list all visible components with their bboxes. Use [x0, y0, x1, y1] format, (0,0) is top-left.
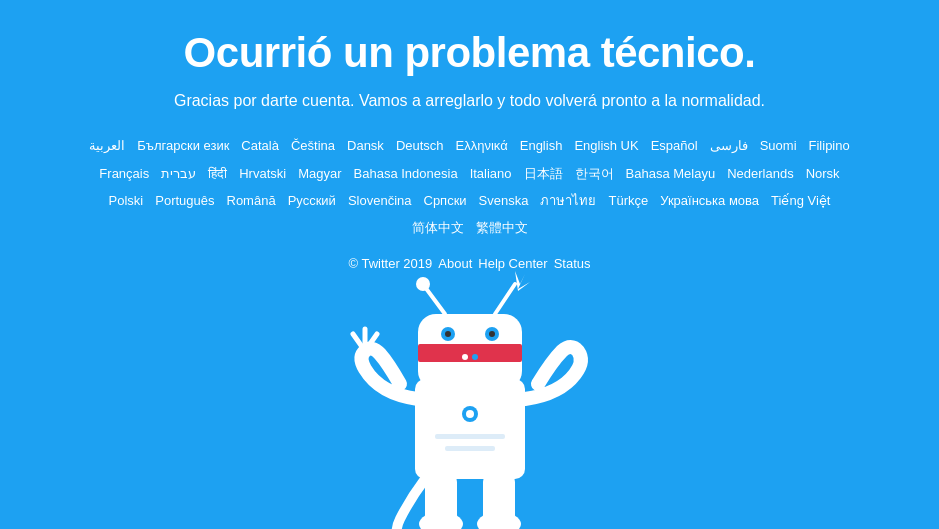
svg-point-11: [416, 277, 430, 291]
copyright: © Twitter 2019: [349, 256, 433, 271]
language-link[interactable]: فارسی: [704, 132, 754, 159]
language-link[interactable]: Català: [235, 132, 285, 159]
language-link[interactable]: Polski: [103, 187, 150, 214]
language-link[interactable]: 简体中文: [406, 214, 470, 241]
svg-point-8: [462, 354, 468, 360]
language-link[interactable]: Français: [93, 160, 155, 187]
page-title: Ocurrió un problema técnico.: [0, 28, 939, 78]
language-link[interactable]: Español: [645, 132, 704, 159]
language-link[interactable]: Português: [149, 187, 220, 214]
svg-point-6: [445, 331, 451, 337]
language-link[interactable]: Ελληνικά: [450, 132, 514, 159]
page-content: Ocurrió un problema técnico. Gracias por…: [0, 0, 939, 271]
language-link[interactable]: Filipino: [803, 132, 856, 159]
language-link[interactable]: Italiano: [464, 160, 518, 187]
language-link[interactable]: हिंदी: [202, 160, 233, 187]
language-link[interactable]: Nederlands: [721, 160, 800, 187]
language-link[interactable]: English UK: [568, 132, 644, 159]
svg-point-9: [472, 354, 478, 360]
language-link[interactable]: Slovenčina: [342, 187, 418, 214]
svg-point-7: [489, 331, 495, 337]
language-link[interactable]: English: [514, 132, 569, 159]
language-link[interactable]: Tiếng Việt: [765, 187, 836, 214]
language-link[interactable]: Bahasa Indonesia: [348, 160, 464, 187]
language-link[interactable]: 繁體中文: [470, 214, 534, 241]
svg-line-10: [425, 287, 445, 314]
language-link[interactable]: Suomi: [754, 132, 803, 159]
svg-rect-0: [415, 379, 525, 479]
svg-marker-13: [515, 271, 530, 291]
svg-rect-3: [418, 344, 522, 362]
language-link[interactable]: 한국어: [569, 160, 620, 187]
language-link[interactable]: Русский: [282, 187, 342, 214]
language-link[interactable]: Українська мова: [654, 187, 765, 214]
language-link[interactable]: 日本語: [518, 160, 569, 187]
svg-line-12: [495, 284, 515, 314]
language-link[interactable]: Hrvatski: [233, 160, 292, 187]
language-link[interactable]: Deutsch: [390, 132, 450, 159]
language-link[interactable]: Čeština: [285, 132, 341, 159]
page-subtitle: Gracias por darte cuenta. Vamos a arregl…: [0, 92, 939, 110]
language-link[interactable]: العربية: [83, 132, 131, 159]
footer-links: © Twitter 2019 AboutHelp CenterStatus: [0, 256, 939, 271]
svg-rect-25: [445, 446, 495, 451]
svg-rect-24: [435, 434, 505, 439]
language-link[interactable]: Română: [221, 187, 282, 214]
svg-point-23: [466, 410, 474, 418]
language-link[interactable]: Svenska: [473, 187, 535, 214]
language-link[interactable]: Norsk: [800, 160, 846, 187]
language-link[interactable]: Bahasa Melayu: [620, 160, 722, 187]
language-link[interactable]: Српски: [418, 187, 473, 214]
language-list: العربيةБългарски езикCatalàČeštinaDanskD…: [80, 132, 860, 241]
footer-link-status[interactable]: Status: [554, 256, 591, 271]
language-link[interactable]: ภาษาไทย: [534, 187, 602, 214]
footer-link-about[interactable]: About: [438, 256, 472, 271]
language-link[interactable]: Türkçe: [602, 187, 654, 214]
language-link[interactable]: עברית: [155, 160, 202, 187]
footer-link-help-center[interactable]: Help Center: [478, 256, 547, 271]
language-link[interactable]: Български език: [131, 132, 235, 159]
language-link[interactable]: Dansk: [341, 132, 390, 159]
language-link[interactable]: Magyar: [292, 160, 347, 187]
